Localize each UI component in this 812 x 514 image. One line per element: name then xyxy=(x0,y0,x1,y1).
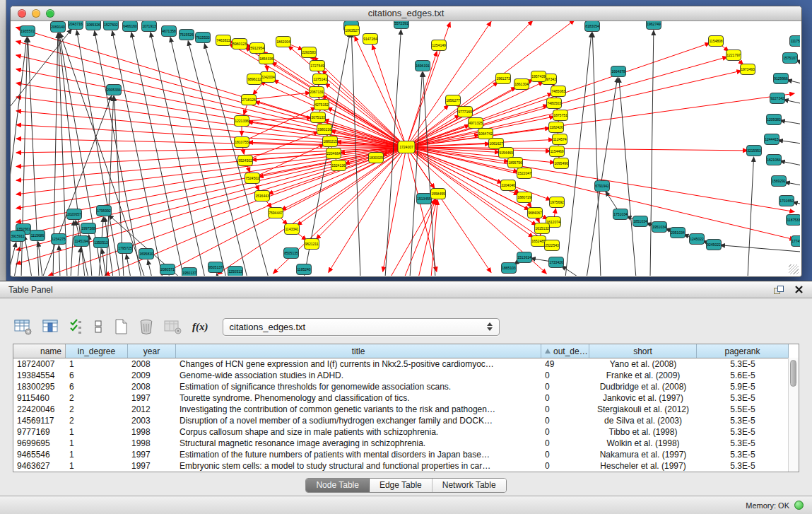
table-cell[interactable]: 2012 xyxy=(128,404,176,415)
graph-node[interactable]: 1575107 xyxy=(783,53,798,64)
graph-edge[interactable] xyxy=(587,78,618,276)
table-cell[interactable]: 2 xyxy=(66,392,128,404)
table-cell[interactable]: 1 xyxy=(66,426,128,438)
graph-edge[interactable] xyxy=(112,31,163,276)
graph-edge[interactable] xyxy=(25,235,32,276)
graph-node[interactable]: 1854336 xyxy=(259,54,274,64)
graph-node[interactable]: 1861304 xyxy=(514,79,529,90)
column-header-pagerank[interactable]: pagerank xyxy=(697,344,789,358)
graph-node[interactable]: 1221336 xyxy=(235,116,249,127)
graph-node[interactable]: 1961273 xyxy=(496,74,511,84)
graph-node[interactable]: 5960123 xyxy=(233,39,247,49)
graph-node[interactable]: 1187533 xyxy=(787,215,801,226)
graph-node[interactable]: 1234275 xyxy=(52,234,66,245)
graph-node[interactable]: 7594447 xyxy=(269,208,283,218)
graph-edge[interactable] xyxy=(131,33,184,276)
graph-node[interactable]: 9684067 xyxy=(528,208,543,218)
scrollbar-thumb[interactable] xyxy=(790,360,796,387)
close-panel-icon[interactable] xyxy=(794,285,804,294)
column-header-in-degree[interactable]: in_degree xyxy=(66,344,128,358)
window-titlebar[interactable]: citations_edges.txt xyxy=(11,6,801,21)
graph-node[interactable]: 9147264 xyxy=(363,34,378,45)
table-cell[interactable]: Wolkin et al. (1998) xyxy=(589,438,697,449)
graph-node[interactable]: 1962749 xyxy=(647,21,661,30)
graph-node[interactable]: 1975692 xyxy=(550,197,565,208)
graph-edge[interactable] xyxy=(785,182,800,188)
table-cell[interactable]: 1997 xyxy=(128,460,176,472)
table-cell[interactable]: 1 xyxy=(66,460,128,472)
graph-node[interactable]: 1842004 xyxy=(276,37,291,47)
graph-node[interactable]: 1696191 xyxy=(416,61,430,71)
table-cell[interactable]: Franke et al. (2009) xyxy=(589,370,697,381)
graph-node[interactable]: 1733426 xyxy=(549,257,564,268)
graph-node[interactable]: 1245022 xyxy=(690,234,705,245)
graph-edge[interactable] xyxy=(89,235,92,276)
graph-edge[interactable] xyxy=(778,140,800,146)
graph-edge[interactable] xyxy=(406,93,794,147)
graph-node[interactable]: 1145194 xyxy=(74,236,89,247)
graph-node[interactable]: 1516443 xyxy=(255,191,270,201)
graph-node[interactable]: 1350513 xyxy=(94,238,109,248)
graph-edge[interactable] xyxy=(148,260,152,276)
table-cell[interactable]: Yano et al. (2008) xyxy=(589,358,697,370)
table-cell[interactable]: Structural magnetic resonance image aver… xyxy=(176,438,541,449)
graph-node[interactable]: 9896112 xyxy=(247,74,262,85)
graph-edge[interactable] xyxy=(16,41,406,147)
graph-node[interactable]: 5912954 xyxy=(250,43,265,54)
graph-node[interactable]: 1880729 xyxy=(517,192,532,203)
citation-network-graph[interactable]: 1935572206914020437161065326152760264661… xyxy=(11,21,800,276)
minimize-window-button[interactable] xyxy=(32,9,40,18)
graph-node[interactable]: 7615533 xyxy=(196,33,211,43)
table-row[interactable]: 1456911722003Disruption of a novel membe… xyxy=(13,415,799,426)
graph-node[interactable]: 1895756 xyxy=(508,158,523,168)
graph-node[interactable]: 3075133 xyxy=(311,112,326,123)
table-cell[interactable]: 6 xyxy=(66,370,128,381)
graph-node[interactable]: 1727549 xyxy=(310,61,325,71)
table-cell[interactable]: 2 xyxy=(66,404,128,415)
graph-node[interactable]: 5572391 xyxy=(394,21,409,29)
graph-node[interactable]: 1124574 xyxy=(553,134,567,145)
graph-edge[interactable] xyxy=(592,33,601,276)
graph-node[interactable]: 6791942 xyxy=(595,181,610,192)
table-row[interactable]: 946554611997Estimation of the future num… xyxy=(13,449,799,460)
new-table-icon[interactable] xyxy=(113,318,129,335)
table-row[interactable]: 977716911998Corpus callosum shape and si… xyxy=(13,426,799,438)
table-row[interactable]: 946362711997Embryonic stem cells: a mode… xyxy=(13,460,799,472)
table-cell[interactable]: 1997 xyxy=(128,449,176,460)
graph-node[interactable]: 1154808 xyxy=(709,36,724,47)
graph-node[interactable]: 1063527 xyxy=(345,25,360,36)
table-cell[interactable]: 14569117 xyxy=(13,415,66,426)
graph-node[interactable]: 1810755 xyxy=(235,137,249,148)
graph-node[interactable]: 1513455 xyxy=(417,194,432,204)
table-cell[interactable]: 5.6E-5 xyxy=(697,370,789,381)
graph-node[interactable]: 1652485 xyxy=(531,236,546,247)
graph-edge[interactable] xyxy=(410,72,422,276)
graph-node[interactable]: 1569292 xyxy=(772,176,787,187)
graph-node[interactable]: 1851034 xyxy=(633,216,648,227)
table-cell[interactable]: 1 xyxy=(66,438,128,449)
select-rows-icon[interactable] xyxy=(69,318,83,335)
table-cell[interactable]: 22420046 xyxy=(13,404,66,415)
graph-node[interactable]: 1695810 xyxy=(139,249,154,259)
graph-edge[interactable] xyxy=(780,161,800,168)
graph-node[interactable]: 2204046 xyxy=(501,180,516,191)
table-cell[interactable]: de Silva et al. (2003) xyxy=(589,415,697,426)
graph-node[interactable]: 1143341 xyxy=(285,224,300,235)
table-cell[interactable]: 9465546 xyxy=(13,449,66,460)
table-cell[interactable]: Dudbridge et al. (2008) xyxy=(589,381,697,392)
graph-edge[interactable] xyxy=(748,157,754,276)
graph-node[interactable]: 1244415 xyxy=(765,134,779,145)
table-cell[interactable]: 5.9E-5 xyxy=(697,381,789,392)
graph-node[interactable]: 7515526 xyxy=(180,30,194,40)
graph-node[interactable]: 1795992 xyxy=(97,206,112,216)
graph-node[interactable]: 2260583 xyxy=(302,47,317,58)
graph-node[interactable]: 2043716 xyxy=(69,21,83,30)
graph-node[interactable]: 1880215 xyxy=(323,136,338,147)
graph-node[interactable]: 2005334 xyxy=(107,85,122,95)
graph-edge[interactable] xyxy=(780,120,800,127)
graph-edge[interactable] xyxy=(16,125,406,147)
graph-node[interactable]: 1250513 xyxy=(228,267,243,276)
graph-node[interactable]: 1751034 xyxy=(613,209,628,220)
graph-node[interactable]: 3215953 xyxy=(747,146,762,156)
table-cell[interactable]: 5.3E-5 xyxy=(697,415,789,426)
